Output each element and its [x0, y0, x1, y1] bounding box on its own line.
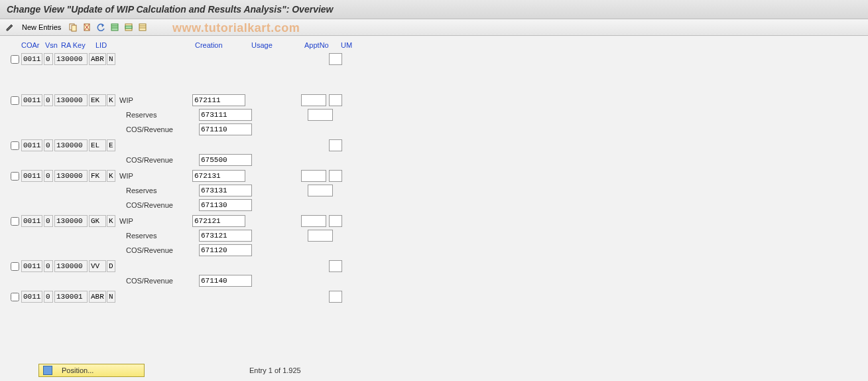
lid2-field[interactable]	[107, 53, 115, 65]
vsn-field[interactable]	[44, 215, 53, 227]
apptno-field[interactable]	[308, 185, 333, 196]
content-area: COAr Vsn RA Key LID Creation Usage ApptN…	[0, 36, 868, 304]
um-field[interactable]	[329, 170, 342, 182]
footer: Position... Entry 1 of 1.925	[0, 361, 868, 380]
detail-label: COS/Revenue	[123, 156, 199, 164]
lid2-field[interactable]	[107, 94, 115, 106]
apptno-field[interactable]	[301, 170, 326, 182]
creation-field[interactable]	[199, 123, 252, 135]
row-checkbox[interactable]	[11, 217, 19, 226]
detail-label: COS/Revenue	[123, 277, 199, 285]
creation-field[interactable]	[199, 154, 252, 166]
select-block-icon[interactable]	[123, 21, 135, 33]
row-checkbox[interactable]	[11, 141, 19, 150]
rakey-field[interactable]	[54, 53, 88, 65]
detail-label: WIP	[117, 96, 192, 104]
creation-field[interactable]	[192, 215, 245, 227]
new-entries-button[interactable]: New Entries	[18, 22, 65, 33]
vsn-field[interactable]	[44, 291, 53, 303]
lid2-field[interactable]	[107, 215, 115, 227]
coar-field[interactable]	[21, 260, 42, 272]
creation-field[interactable]	[199, 109, 252, 121]
lid2-field[interactable]	[107, 291, 115, 303]
svg-rect-9	[125, 26, 132, 29]
detail-label: COS/Revenue	[123, 201, 199, 209]
rakey-field[interactable]	[54, 170, 88, 182]
position-label: Position...	[62, 366, 93, 374]
vsn-field[interactable]	[44, 260, 53, 272]
rakey-field[interactable]	[54, 94, 88, 106]
row-checkbox[interactable]	[11, 96, 19, 105]
rakey-field[interactable]	[54, 260, 88, 272]
um-field[interactable]	[329, 215, 342, 227]
deselect-all-icon[interactable]	[137, 21, 149, 33]
um-field[interactable]	[329, 53, 342, 65]
coar-field[interactable]	[21, 215, 42, 227]
rakey-field[interactable]	[54, 139, 88, 151]
detail-label: COS/Revenue	[123, 246, 199, 254]
header-apptno: ApptNo	[304, 41, 341, 49]
row-checkbox[interactable]	[11, 172, 19, 181]
creation-field[interactable]	[199, 185, 252, 196]
vsn-field[interactable]	[44, 139, 53, 151]
creation-field[interactable]	[199, 230, 252, 242]
vsn-field[interactable]	[44, 94, 53, 106]
page-title: Change View "Update of WIP Calculation a…	[0, 0, 868, 19]
lid-field[interactable]	[89, 139, 106, 151]
um-field[interactable]	[329, 291, 342, 303]
vsn-field[interactable]	[44, 53, 53, 65]
header-usage: Usage	[251, 41, 304, 49]
um-field[interactable]	[329, 139, 342, 151]
copy-as-icon[interactable]	[67, 21, 79, 33]
coar-field[interactable]	[21, 291, 42, 303]
coar-field[interactable]	[21, 139, 42, 151]
lid-field[interactable]	[89, 94, 106, 106]
creation-field[interactable]	[192, 170, 245, 182]
rakey-field[interactable]	[54, 215, 88, 227]
lid2-field[interactable]	[107, 139, 115, 151]
row-checkbox[interactable]	[11, 293, 19, 301]
lid-field[interactable]	[89, 260, 106, 272]
lid-field[interactable]	[89, 170, 106, 182]
detail-label: COS/Revenue	[123, 125, 199, 133]
creation-field[interactable]	[199, 244, 252, 256]
coar-field[interactable]	[21, 170, 42, 182]
header-lid: LID	[95, 41, 118, 49]
position-icon	[43, 366, 52, 375]
svg-rect-10	[139, 24, 146, 31]
row-checkbox[interactable]	[11, 262, 19, 271]
um-field[interactable]	[329, 260, 342, 272]
detail-label: Reserves	[123, 111, 199, 119]
header-um: UM	[341, 41, 361, 49]
lid-field[interactable]	[89, 291, 106, 303]
detail-label: WIP	[117, 172, 192, 180]
um-field[interactable]	[329, 94, 342, 106]
toolbar: New Entries www.tutorialkart.com	[0, 19, 868, 36]
creation-field[interactable]	[199, 199, 252, 211]
apptno-field[interactable]	[308, 230, 333, 242]
rakey-field[interactable]	[54, 291, 88, 303]
position-button[interactable]: Position...	[38, 364, 145, 377]
apptno-field[interactable]	[301, 94, 326, 106]
vsn-field[interactable]	[44, 170, 53, 182]
svg-rect-1	[72, 25, 76, 31]
coar-field[interactable]	[21, 94, 42, 106]
detail-label: WIP	[117, 217, 192, 225]
apptno-field[interactable]	[301, 215, 326, 227]
lid2-field[interactable]	[107, 260, 115, 272]
apptno-field[interactable]	[308, 109, 333, 121]
creation-field[interactable]	[199, 275, 252, 287]
toggle-display-change-icon[interactable]	[4, 21, 16, 33]
entry-counter: Entry 1 of 1.925	[249, 366, 301, 374]
lid-field[interactable]	[89, 215, 106, 227]
coar-field[interactable]	[21, 53, 42, 65]
undo-change-icon[interactable]	[95, 21, 107, 33]
row-checkbox[interactable]	[11, 55, 19, 64]
detail-label: Reserves	[123, 187, 199, 194]
select-all-icon[interactable]	[109, 21, 121, 33]
creation-field[interactable]	[192, 94, 245, 106]
lid2-field[interactable]	[107, 170, 115, 182]
lid-field[interactable]	[89, 53, 106, 65]
watermark: www.tutorialkart.com	[172, 21, 300, 35]
delete-icon[interactable]	[81, 21, 93, 33]
